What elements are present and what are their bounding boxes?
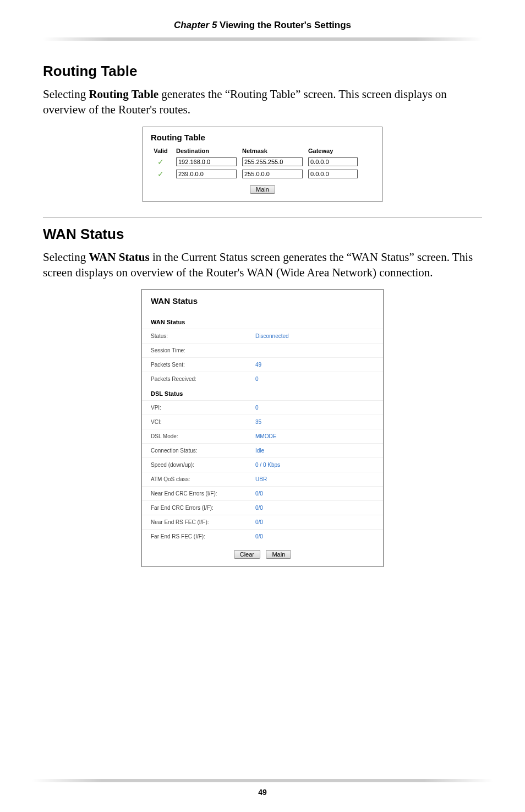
- wan-status-row: Far End RS FEC (I/F):0/0: [142, 529, 383, 543]
- wan-status-row: Packets Sent:49: [142, 357, 383, 372]
- wan-row-label: Packets Received:: [151, 376, 255, 382]
- wan-row-value: 0/0: [255, 533, 263, 539]
- col-header-valid: Valid: [151, 148, 171, 154]
- netmask-input[interactable]: [242, 170, 303, 178]
- section-divider: [43, 217, 482, 218]
- wan-row-value: 0 / 0 Kbps: [255, 462, 280, 468]
- chapter-title: Viewing the Router's Settings: [217, 20, 351, 30]
- wan-row-value: 0/0: [255, 519, 263, 525]
- col-header-gateway: Gateway: [308, 148, 358, 154]
- figure-title: WAN Status: [142, 296, 383, 309]
- wan-row-value: UBR: [255, 476, 267, 482]
- col-header-netmask: Netmask: [242, 148, 303, 154]
- section-heading-routing-table: Routing Table: [43, 63, 482, 80]
- wan-row-value: 0: [255, 376, 259, 382]
- check-icon: ✓: [151, 157, 171, 166]
- text-bold: Routing Table: [89, 88, 158, 101]
- wan-row-label: ATM QoS class:: [151, 476, 255, 482]
- wan-status-row: VCI:35: [142, 415, 383, 429]
- wan-status-row: Packets Received:0: [142, 372, 383, 386]
- wan-group-head: WAN Status: [142, 314, 383, 329]
- main-button[interactable]: Main: [250, 185, 275, 194]
- routing-table-row: ✓: [151, 170, 374, 178]
- chapter-label: Chapter 5: [174, 20, 217, 30]
- wan-group-head: DSL Status: [142, 386, 383, 400]
- text: in the Current Status screen generates t…: [150, 250, 352, 264]
- wan-row-label: Packets Sent:: [151, 362, 255, 368]
- wan-status-row: Session Time:: [142, 343, 383, 357]
- header-rule: [43, 37, 482, 41]
- text-bold: WAN Status: [89, 250, 149, 264]
- chapter-header: Chapter 5 Viewing the Router's Settings: [43, 20, 482, 36]
- wan-row-label: DSL Mode:: [151, 433, 255, 439]
- text-smallcaps: WAN: [352, 250, 378, 264]
- section-heading-wan-status: WAN Status: [43, 226, 482, 243]
- wan-row-label: Far End CRC Errors (I/F):: [151, 505, 255, 511]
- routing-table-header-row: Valid Destination Netmask Gateway: [151, 148, 374, 154]
- gateway-input[interactable]: [308, 170, 358, 178]
- wan-status-row: Far End CRC Errors (I/F):0/0: [142, 500, 383, 515]
- wan-status-row: ATM QoS class:UBR: [142, 472, 383, 486]
- wan-status-row: Connection Status:Idle: [142, 443, 383, 457]
- check-icon: ✓: [151, 170, 171, 178]
- wan-row-value: 0/0: [255, 491, 263, 497]
- wan-status-row: Near End RS FEC (I/F):0/0: [142, 515, 383, 529]
- wan-row-value: 0/0: [255, 505, 263, 511]
- main-button[interactable]: Main: [266, 550, 291, 559]
- wan-row-label: Session Time:: [151, 347, 255, 353]
- wan-row-label: Status:: [151, 333, 255, 339]
- destination-input[interactable]: [176, 170, 237, 178]
- col-header-destination: Destination: [176, 148, 237, 154]
- section2-paragraph: Selecting WAN Status in the Current Stat…: [43, 249, 482, 281]
- wan-row-label: Connection Status:: [151, 448, 255, 454]
- wan-row-label: VPI:: [151, 405, 255, 411]
- wan-status-row: Near End CRC Errors (I/F):0/0: [142, 486, 383, 500]
- wan-row-label: Near End CRC Errors (I/F):: [151, 491, 255, 497]
- gateway-input[interactable]: [308, 157, 358, 166]
- text: Selecting: [43, 88, 89, 101]
- wan-row-value: 0: [255, 405, 259, 411]
- routing-table-row: ✓: [151, 157, 374, 166]
- wan-row-value: 49: [255, 362, 261, 368]
- figure-title: Routing Table: [151, 133, 374, 142]
- wan-row-value: Idle: [255, 448, 264, 454]
- wan-status-row: Speed (down/up):0 / 0 Kbps: [142, 457, 383, 472]
- netmask-input[interactable]: [242, 157, 303, 166]
- routing-table-figure: Routing Table Valid Destination Netmask …: [143, 127, 382, 202]
- wan-status-row: Status:Disconnected: [142, 329, 383, 343]
- wan-status-figure: WAN Status WAN Status Status:Disconnecte…: [141, 289, 384, 567]
- wan-row-value: MMODE: [255, 433, 276, 439]
- wan-status-row: DSL Mode:MMODE: [142, 429, 383, 443]
- destination-input[interactable]: [176, 157, 237, 166]
- wan-row-value: 35: [255, 419, 261, 425]
- page-number: 49: [0, 788, 525, 797]
- wan-row-value: Disconnected: [255, 333, 289, 339]
- text-smallcaps: WAN: [247, 266, 274, 279]
- wan-row-label: Far End RS FEC (I/F):: [151, 533, 255, 539]
- text: Selecting: [43, 250, 89, 264]
- footer-rule: [32, 779, 493, 782]
- text: (Wide Area Network) connection.: [273, 266, 433, 279]
- clear-button[interactable]: Clear: [234, 550, 260, 559]
- wan-row-label: Near End RS FEC (I/F):: [151, 519, 255, 525]
- wan-status-row: VPI:0: [142, 400, 383, 415]
- section1-paragraph: Selecting Routing Table generates the “R…: [43, 86, 482, 118]
- wan-row-label: VCI:: [151, 419, 255, 425]
- wan-row-label: Speed (down/up):: [151, 462, 255, 468]
